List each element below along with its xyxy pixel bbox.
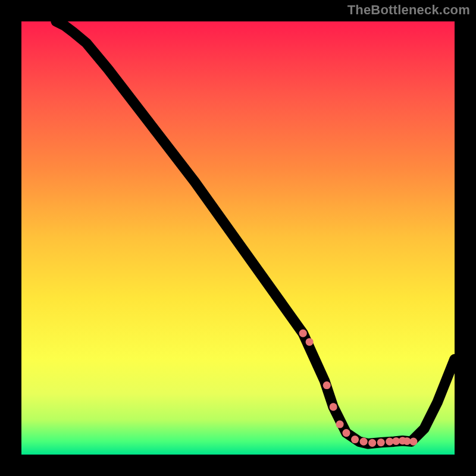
marker-point: [368, 439, 376, 447]
marker-point: [377, 439, 385, 446]
chart-svg: [21, 21, 455, 455]
marker-point: [330, 403, 337, 411]
attribution-label: TheBottleneck.com: [347, 2, 470, 18]
plot-area: [21, 21, 455, 455]
marker-point: [351, 436, 359, 443]
marker-point: [323, 381, 331, 389]
marker-group: [299, 330, 418, 447]
marker-point: [360, 438, 368, 446]
marker-point: [336, 420, 344, 428]
marker-point: [306, 338, 314, 346]
marker-point: [342, 429, 350, 437]
chart-frame: TheBottleneck.com: [0, 0, 476, 476]
bottleneck-curve: [56, 21, 455, 444]
marker-point: [409, 438, 417, 446]
marker-point: [299, 330, 307, 337]
